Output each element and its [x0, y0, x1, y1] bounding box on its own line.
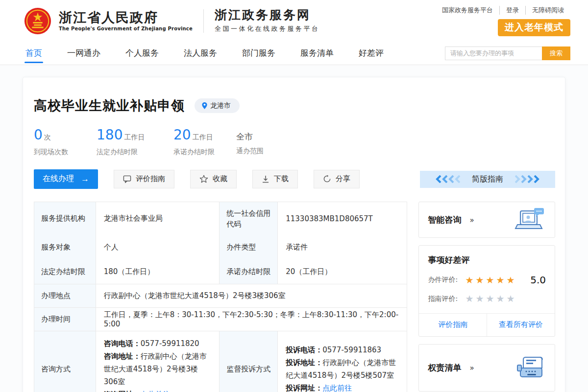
laptop-chat-icon: [514, 207, 546, 232]
favorite-button[interactable]: 收藏: [190, 170, 237, 188]
site-header: 浙江省人民政府 The People's Government of Zheji…: [0, 0, 588, 42]
label-promise-limit: 承诺办结时限: [220, 260, 278, 284]
share-label: 分享: [336, 174, 350, 184]
value-complaint: 投诉电话：0577-59911863 投诉地址：行政副中心（龙港市世纪大道451…: [278, 331, 407, 392]
search-input[interactable]: [445, 46, 542, 60]
link-accessibility[interactable]: 无障碍阅读: [525, 6, 570, 15]
gov-name-en: The People's Government of Zhejiang Prov…: [59, 26, 193, 31]
main-nav: 首页 一网通办 个人服务 法人服务 部门服务 服务清单 好差评 搜索: [0, 42, 588, 65]
value-promise-limit: 20（工作日）: [278, 260, 407, 284]
stat-legal-limit: 180工作日 法定办结时限: [97, 128, 173, 157]
value-credit-code: 11330383MB1D80657T: [278, 202, 407, 235]
nav-item-one-stop[interactable]: 一网通办: [66, 42, 101, 64]
logo-divider: [203, 9, 204, 33]
share-button[interactable]: 分享: [314, 170, 360, 188]
label-complaint: 监督投诉方式: [220, 331, 278, 392]
label-legal-limit: 法定办结时限: [34, 260, 96, 284]
sidebar: 智能咨询 » 事项好差评 办件评价: ★★★★: [418, 202, 555, 392]
stat-scope-value: 全市: [236, 128, 295, 141]
simple-guide-label: 简版指南: [472, 174, 503, 184]
search-button[interactable]: 搜索: [542, 46, 570, 60]
stats-row: 0次 到现场次数 180工作日 法定办结时限 20工作日 承诺办结时限 全市 通…: [34, 128, 555, 157]
rating-guide-link[interactable]: 评价指南: [419, 314, 487, 336]
gov-name: 浙江省人民政府: [59, 10, 193, 25]
nav-item-personal[interactable]: 个人服务: [124, 42, 160, 64]
star-outline-icon: [199, 175, 208, 183]
stat-legal-unit: 工作日: [124, 133, 145, 141]
label-credit-code: 统一社会信用代码: [220, 202, 278, 235]
rating-score: 5.0: [530, 274, 546, 286]
stat-visits-unit: 次: [44, 133, 51, 141]
location-pin-icon: [201, 102, 208, 110]
table-row: 办理地点 行政副中心（龙港市世纪大道4518号）2号楼3楼306室: [34, 284, 407, 308]
download-icon: [262, 175, 270, 183]
duty-list-title: 权责清单: [428, 363, 461, 372]
site-name: 浙江政务服务网: [215, 8, 320, 22]
value-item-type: 承诺件: [278, 235, 407, 260]
value-consult: 咨询电话：0577-59911820 咨询地址：行政副中心（龙港市世纪大道451…: [96, 331, 219, 392]
arrow-right-icon: →: [81, 174, 89, 184]
elder-mode-button[interactable]: 进入老年模式: [498, 19, 570, 36]
online-apply-label: 在线办理: [43, 174, 74, 184]
table-row: 服务对象 个人 办件类型 承诺件: [34, 235, 407, 260]
page-background: 高校毕业生就业补贴申领 龙港市 0次 到现场次数 180工作日 法定办结时限 2…: [0, 65, 588, 392]
service-detail-table: 服务提供机构 龙港市社会事业局 统一社会信用代码 11330383MB1D806…: [34, 202, 407, 392]
consult-web-link[interactable]: 点此前往: [141, 390, 170, 392]
link-national-platform[interactable]: 国家政务服务平台: [436, 6, 499, 15]
chevrons-right-icon: [515, 175, 540, 183]
stat-scope: 全市 通办范围: [236, 128, 295, 157]
stat-promise-unit: 工作日: [193, 133, 213, 141]
site-logo-text: 浙江政务服务网 全国一体化在线政务服务平台: [215, 8, 320, 33]
label-service-object: 服务对象: [34, 235, 96, 260]
download-button[interactable]: 下载: [252, 170, 298, 188]
smart-consult-title: 智能咨询: [428, 215, 461, 225]
rating-guide-button[interactable]: 评价指南: [114, 170, 174, 188]
smart-consult-card[interactable]: 智能咨询 »: [418, 202, 555, 238]
double-arrow-icon: »: [470, 216, 474, 225]
rating-row-guide: 指南评价: ★★★★★: [428, 294, 546, 303]
stat-scope-label: 通办范围: [236, 147, 295, 156]
rating-guide-label: 评价指南: [136, 174, 165, 184]
rating-handling-label: 办件评价:: [428, 276, 465, 284]
share-icon: [323, 175, 331, 183]
nav-item-home[interactable]: 首页: [24, 42, 43, 64]
duty-list-card[interactable]: 权责清单 »: [418, 344, 555, 392]
view-all-ratings-link[interactable]: 查看所有评价: [487, 314, 555, 336]
online-apply-button[interactable]: 在线办理 →: [34, 169, 98, 189]
stat-legal-label: 法定办结时限: [97, 148, 173, 157]
complaint-address: 投诉地址：行政副中心（龙港市世纪大道4518号）2号楼5楼507室: [286, 356, 399, 382]
stat-visits: 0次 到现场次数: [34, 128, 97, 157]
service-detail-card: 高校毕业生就业补贴申领 龙港市 0次 到现场次数 180工作日 法定办结时限 2…: [23, 77, 565, 392]
comment-icon: [123, 175, 131, 183]
value-place: 行政副中心（龙港市世纪大道4518号）2号楼3楼306室: [96, 284, 407, 308]
page-title: 高校毕业生就业补贴申领: [34, 97, 185, 115]
link-login[interactable]: 登录: [499, 6, 525, 15]
value-legal-limit: 180（工作日）: [96, 260, 219, 284]
label-consult: 咨询方式: [34, 331, 96, 392]
value-time: 工作日，夏季：上午8：30-11:30，下午2:30-5:30；冬季：上午8:3…: [96, 308, 407, 331]
value-provider: 龙港市社会事业局: [96, 202, 219, 235]
complaint-web-link[interactable]: 点此前往: [322, 384, 352, 392]
nav-item-rating[interactable]: 好差评: [358, 42, 385, 64]
label-provider: 服务提供机构: [34, 202, 96, 235]
rating-guide-label: 指南评价:: [428, 295, 465, 303]
nav-item-service-list[interactable]: 服务清单: [299, 42, 335, 64]
table-row: 法定办结时限 180（工作日） 承诺办结时限 20（工作日）: [34, 260, 407, 284]
simple-guide-banner[interactable]: 简版指南: [420, 171, 555, 188]
value-service-object: 个人: [96, 235, 219, 260]
double-arrow-icon: »: [470, 364, 474, 372]
label-item-type: 办件类型: [220, 235, 278, 260]
gov-logo-text: 浙江省人民政府 The People's Government of Zheji…: [59, 10, 193, 32]
national-emblem-icon: [24, 7, 52, 35]
nav-item-legal-person[interactable]: 法人服务: [183, 42, 218, 64]
complaint-phone: 投诉电话：0577-59911863: [286, 344, 399, 356]
location-badge[interactable]: 龙港市: [195, 98, 240, 113]
stat-promise-limit: 20工作日 承诺办结时限: [173, 128, 236, 157]
chevrons-left-icon: [435, 175, 460, 183]
complaint-web: 投诉网址：点此前往: [286, 382, 399, 392]
table-row: 办理时间 工作日，夏季：上午8：30-11:30，下午2:30-5:30；冬季：…: [34, 308, 407, 331]
site-subtitle: 全国一体化在线政务服务平台: [215, 24, 320, 33]
top-links: 国家政务服务平台 登录 无障碍阅读: [436, 6, 570, 15]
nav-item-department[interactable]: 部门服务: [241, 42, 276, 64]
consult-phone: 咨询电话：0577-59911820: [104, 337, 211, 350]
